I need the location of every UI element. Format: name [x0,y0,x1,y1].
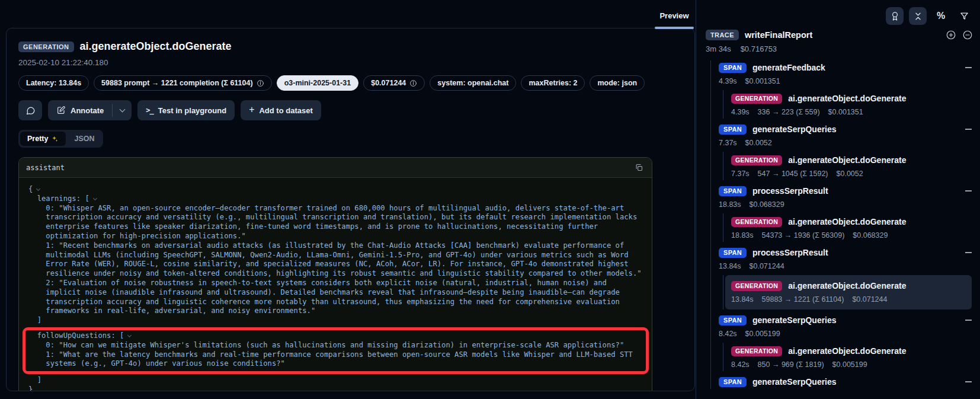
node-title: generateFeedback [752,63,825,72]
span-badge: SPAN [719,377,747,387]
node-cost: $0.071244 [852,295,887,304]
generation-badge: GENERATION [731,217,782,227]
test-in-playground-label: Test in playground [158,106,226,115]
trace-tree: SPAN generateFeedback 4.39s $0.001351 GE… [710,60,973,389]
zoom-out-button[interactable] [962,30,973,40]
learning-item: 1:"Recent benchmarks on adversarial audi… [28,241,642,279]
annotate-icon [56,106,66,115]
node-title: generateSerpQueries [752,125,837,134]
copy-icon [635,163,643,172]
max-retries-pill-label: maxRetries: 2 [529,79,577,87]
tree-node-generation[interactable]: GENERATION ai.generateObject.doGenerate … [731,152,973,180]
sparkle-icon [51,135,59,143]
node-duration: 18.83s [731,231,754,240]
action-toolbar: Annotate >_ Test in playground + Add to … [18,100,694,120]
trace-duration: 3m 34s [706,44,731,53]
toggle-metrics-button[interactable]: % [932,7,950,25]
trace-tree-sidebar: % TRACE writeFinalReport 3m 3 [696,0,980,399]
mode-pill: mode: json [590,75,645,91]
tree-node-generation[interactable]: GENERATION ai.generateObject.doGenerate … [731,343,973,371]
tab-pretty-label: Pretty [27,135,48,143]
tab-pretty[interactable]: Pretty [20,132,66,146]
tree-node-generation[interactable]: GENERATION ai.generateObject.doGenerate … [731,213,973,242]
learning-item: 0:"Whisper ASR, an open-source encoder–d… [28,204,642,241]
followup-item: 1:"What are the latency benchmarks and r… [28,350,645,369]
generation-badge: GENERATION [731,155,782,165]
collapse-node-icon[interactable] [965,381,972,382]
node-duration: 13.84s [719,262,741,270]
message-role-label: assistant [26,164,65,172]
format-tabs: Pretty JSON [18,130,103,148]
node-duration: 13.84s [731,295,754,304]
node-title: ai.generateObject.doGenerate [788,217,906,226]
trace-badge: TRACE [706,30,739,40]
collapse-caret-icon[interactable] [93,196,97,200]
learning-item: 2:"Evaluation of noise robustness in spe… [28,279,642,316]
annotate-label: Annotate [71,106,104,115]
percent-icon: % [937,11,945,21]
max-retries-pill: maxRetries: 2 [521,75,585,91]
node-duration: 7.37s [719,139,737,147]
node-cost: $0.005199 [745,330,780,338]
tree-node-process-serp-result[interactable]: SPAN processSerpResult 18.83s $0.068329 … [719,184,973,242]
tab-preview[interactable]: Preview [655,11,694,20]
json-learnings-key: learnings: [ [28,194,642,204]
observation-detail-panel: GENERATION ai.generateObject.doGenerate … [6,28,695,391]
add-to-dataset-label: Add to dataset [259,106,312,115]
tree-node-process-serp-result[interactable]: SPAN processSerpResult 13.84s $0.071244 … [719,245,973,309]
node-title: ai.generateObject.doGenerate [788,346,906,356]
collapse-vertical-icon [913,11,923,21]
cost-pill: $0.071244 [363,75,425,91]
node-cost: $0.0052 [745,139,772,147]
node-cost: $0.001351 [828,108,863,116]
tree-node-generation[interactable]: GENERATION ai.generateObject.doGenerate … [731,90,973,119]
node-duration: 4.39s [731,108,750,116]
collapse-node-icon[interactable] [965,252,972,253]
test-in-playground-button[interactable]: >_ Test in playground [137,100,235,120]
token-usage-pill-label: 59883 prompt → 1221 completion (Σ 61104) [101,79,253,87]
message-role-header: assistant [19,158,652,178]
tree-node-generate-serp-queries[interactable]: SPAN generateSerpQueries 7.37s $0.0052 G… [719,122,973,180]
model-pill[interactable]: o3-mini-2025-01-31 [277,75,359,91]
collapse-node-icon[interactable] [965,320,972,321]
tree-node-generate-feedback[interactable]: SPAN generateFeedback 4.39s $0.001351 GE… [719,60,973,119]
node-tokens: 547 → 1045 (Σ 1592) [758,170,828,178]
collapse-node-icon[interactable] [965,67,972,68]
span-badge: SPAN [719,248,747,258]
tree-node-generate-serp-queries[interactable]: SPAN generateSerpQueries [719,375,973,389]
trace-header[interactable]: TRACE writeFinalReport 3m 34s $0.716753 [706,30,973,53]
annotate-dropdown-button[interactable] [113,100,132,120]
copy-button[interactable] [633,162,645,173]
node-duration: 4.39s [719,77,737,85]
collapse-node-icon[interactable] [965,129,972,130]
add-to-dataset-button[interactable]: + Add to dataset [241,100,321,120]
filter-button[interactable] [955,7,973,25]
zoom-in-button[interactable] [946,30,956,40]
node-duration: 8.42s [719,330,737,338]
collapse-caret-icon[interactable] [127,333,132,337]
node-tokens: 336 → 223 (Σ 559) [758,108,820,116]
token-usage-pill: 59883 prompt → 1221 completion (Σ 61104) [94,75,272,91]
node-cost: $0.068329 [853,231,888,240]
comment-button[interactable] [18,100,42,120]
tab-json[interactable]: JSON [67,132,101,146]
observation-preview-area: Preview GENERATION ai.generateObject.doG… [0,0,696,399]
json-followups-close: ] [28,376,642,385]
tab-preview-label: Preview [659,11,688,20]
system-pill: system: openai.chat [430,75,516,91]
tree-node-generate-serp-queries[interactable]: SPAN generateSerpQueries 8.42s $0.005199… [719,313,973,371]
latency-pill: Latency: 13.84s [18,75,89,91]
tree-node-generation-selected[interactable]: GENERATION ai.generateObject.doGenerate … [725,275,972,309]
active-tab-underline [655,27,694,29]
collapse-caret-icon[interactable] [36,187,40,191]
item-text: "Recent benchmarks on adversarial audio … [46,241,641,277]
collapse-all-button[interactable] [909,7,927,25]
item-index: 0: [46,204,55,212]
annotate-button[interactable]: Annotate [48,100,112,120]
span-badge: SPAN [719,125,747,135]
annotation-scores-button[interactable] [886,7,904,25]
award-icon [890,11,900,21]
item-index: 1: [46,350,55,359]
node-cost: $0.001351 [745,77,780,85]
collapse-node-icon[interactable] [965,190,972,191]
